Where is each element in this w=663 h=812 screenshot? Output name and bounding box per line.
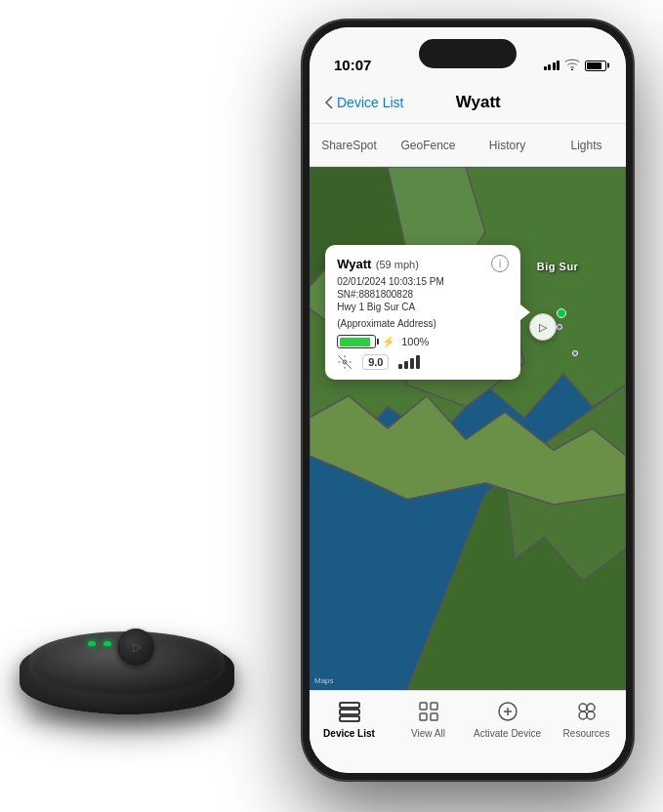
device-light-2: [104, 641, 111, 646]
battery-row: ⚡ 100%: [337, 335, 509, 348]
bottom-tab-device-list-label: Device List: [323, 728, 375, 739]
signal-bar-2: [548, 64, 551, 70]
bottom-tab-device-list[interactable]: Device List: [310, 699, 389, 739]
svg-point-27: [587, 711, 595, 719]
status-icons: [544, 58, 607, 73]
tracker-marker: [529, 313, 557, 341]
back-button[interactable]: Device List: [324, 95, 403, 110]
phone-frame: 10:07: [302, 20, 634, 781]
signal-bar-3: [553, 62, 556, 70]
scene: 10:07: [0, 0, 663, 812]
route-dot-1: [557, 324, 562, 330]
device-body: [20, 636, 234, 714]
signal-row: 9.0: [337, 354, 509, 370]
popup-address-line2: (Approximate Address): [337, 318, 509, 329]
bottom-tab-view-all[interactable]: View All: [389, 699, 468, 739]
map-terrain: Big Sur: [310, 167, 626, 690]
popup-date: 02/01/2024 10:03:15 PM: [337, 276, 509, 287]
popup-speed: (59 mph): [376, 259, 419, 270]
bottom-tab-activate-label: Activate Device: [474, 728, 541, 739]
tab-sharspot[interactable]: ShareSpot: [310, 127, 389, 164]
bottom-tab-resources[interactable]: Resources: [547, 699, 626, 739]
battery-icon: [585, 61, 606, 71]
resources-icon: [574, 699, 600, 724]
maps-attribution: Maps: [314, 676, 334, 685]
svg-rect-16: [340, 716, 359, 721]
info-icon[interactable]: i: [491, 255, 509, 272]
svg-rect-19: [420, 713, 427, 720]
phone: 10:07: [302, 20, 634, 781]
device-list-icon: [337, 699, 362, 724]
tracker-circle: [529, 313, 557, 341]
info-popup: Wyatt (59 mph) i 02/01/2024 10:03:15 PM …: [325, 245, 520, 380]
cell-bar-2: [404, 361, 408, 369]
svg-point-25: [587, 704, 595, 711]
svg-rect-20: [431, 713, 437, 720]
device-power-button[interactable]: [117, 629, 154, 666]
cell-bar-3: [410, 358, 414, 369]
bottom-tabs: Device List View All: [310, 690, 626, 773]
svg-rect-17: [420, 703, 427, 710]
page-title: Wyatt: [403, 93, 553, 112]
svg-point-0: [571, 69, 573, 71]
tab-history[interactable]: History: [468, 127, 547, 164]
view-all-icon: [416, 699, 441, 724]
tab-geofence[interactable]: GeoFence: [389, 127, 468, 164]
svg-line-13: [339, 356, 352, 369]
score-badge: 9.0: [362, 354, 389, 370]
phone-screen: 10:07: [310, 27, 626, 773]
map-area[interactable]: Big Sur: [310, 167, 626, 690]
svg-rect-14: [340, 703, 359, 708]
svg-rect-15: [340, 710, 359, 714]
lightning-icon: ⚡: [382, 336, 395, 348]
svg-rect-18: [431, 703, 437, 710]
bottom-tab-resources-label: Resources: [563, 728, 610, 739]
dynamic-island: [419, 39, 517, 68]
svg-point-26: [579, 711, 587, 719]
popup-title-group: Wyatt (59 mph): [337, 255, 419, 272]
nav-bar: Device List Wyatt: [310, 81, 626, 124]
bottom-tab-activate[interactable]: Activate Device: [468, 699, 547, 739]
cell-bar-1: [398, 364, 402, 369]
device-light-1: [88, 641, 96, 646]
app-tabs: ShareSpot GeoFence History Lights: [310, 124, 626, 167]
popup-header: Wyatt (59 mph) i: [337, 255, 509, 272]
popup-tail: [520, 304, 530, 320]
popup-address-line1: Hwy 1 Big Sur CA: [337, 302, 509, 312]
popup-device-name: Wyatt: [337, 257, 371, 271]
cell-signal-icon: [398, 355, 420, 369]
svg-point-24: [579, 704, 587, 711]
device-top: [29, 631, 225, 695]
signal-bar-1: [544, 66, 547, 70]
battery-fill-bar: [340, 338, 371, 346]
gps-off-icon: [337, 354, 352, 370]
svg-marker-7: [310, 396, 626, 506]
popup-serial: SN#:8881800828: [337, 289, 509, 300]
back-label[interactable]: Device List: [337, 95, 403, 110]
battery-fill: [587, 62, 601, 69]
tracker-dot: [557, 308, 566, 318]
battery-percent: 100%: [401, 336, 429, 347]
wifi-icon: [564, 58, 580, 73]
map-background: Big Sur: [310, 167, 626, 690]
map-location-label: Big Sur: [537, 261, 579, 272]
signal-bars-icon: [544, 61, 560, 70]
signal-bar-4: [557, 61, 559, 70]
gps-device: [20, 617, 244, 714]
bottom-tab-view-all-label: View All: [411, 728, 445, 739]
battery-bar: [337, 335, 376, 348]
tab-lights[interactable]: Lights: [547, 127, 626, 164]
cell-bar-4: [416, 355, 420, 369]
activate-device-icon: [495, 699, 520, 724]
